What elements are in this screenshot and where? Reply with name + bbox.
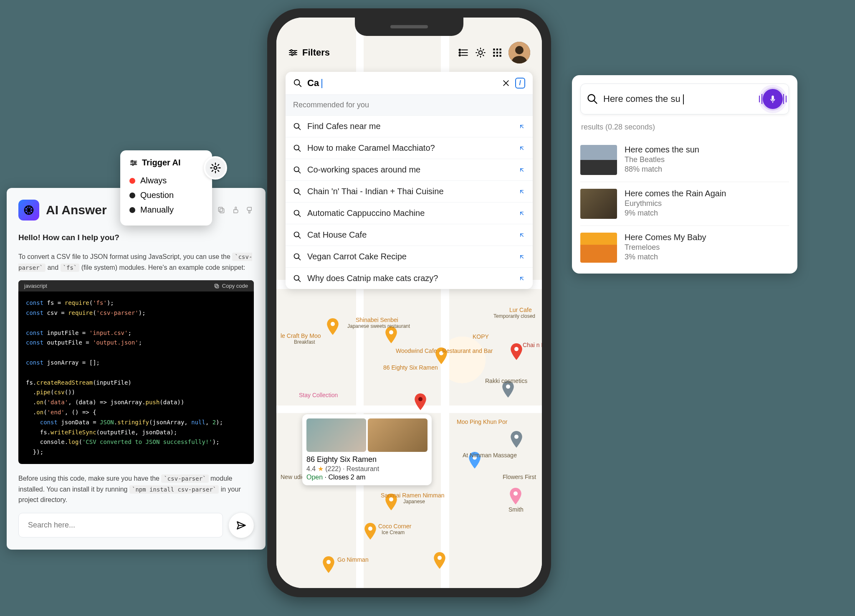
selected-pin-icon[interactable] [414, 393, 427, 410]
map-pin-icon[interactable] [385, 327, 397, 343]
insert-arrow-icon [519, 253, 525, 260]
map-pin-icon[interactable] [364, 523, 377, 540]
clear-icon[interactable] [502, 79, 510, 87]
sliders-icon [288, 48, 298, 58]
suggestion-row[interactable]: Chain 'n' Thai - Indian + Thai Cuisine [286, 180, 533, 202]
trigger-option-always[interactable]: Always [129, 173, 203, 188]
code-lang: javascript [24, 283, 47, 289]
result-info: Here comes the Rain Again Eurythmics 9% … [625, 189, 726, 219]
ai-intro-text: To convert a CSV file to JSON format usi… [18, 251, 254, 273]
music-search-panel: Here comes the su results (0.28 seconds)… [572, 75, 797, 274]
svg-point-25 [291, 54, 293, 56]
place-rating: 4.4 [306, 465, 316, 472]
place-images [306, 418, 428, 452]
recommended-header: Recommended for you [286, 95, 533, 115]
settings-button[interactable] [204, 156, 227, 180]
suggestion-row[interactable]: Automatic Cappuccino Machine [286, 202, 533, 224]
copy-icon[interactable] [217, 206, 225, 214]
trigger-option-label: Question [140, 190, 174, 200]
map-pin-icon[interactable] [509, 488, 522, 504]
suggestion-row[interactable]: Cat House Cafe [286, 224, 533, 246]
trigger-title-text: Trigger AI [142, 158, 181, 167]
voice-search-button[interactable] [763, 89, 783, 109]
code-token: `csv-parser` [161, 474, 208, 483]
trigger-option-question[interactable]: Question [129, 188, 203, 203]
map-label: Ice Cream [382, 530, 405, 535]
search-icon [293, 144, 301, 152]
thumbs-down-icon[interactable] [245, 206, 254, 214]
search-icon [293, 253, 301, 261]
result-thumbnail [580, 145, 617, 175]
suggestion-row[interactable]: Vegan Carrot Cake Recipe [286, 246, 533, 267]
map-label: Moo Ping Khun Por [457, 418, 507, 425]
svg-rect-34 [496, 52, 498, 53]
result-row[interactable]: Here comes the Rain Again Eurythmics 9% … [580, 182, 789, 226]
search-input[interactable]: Ca [307, 78, 497, 89]
map-pin-icon[interactable] [510, 343, 523, 360]
map-pin-icon[interactable] [433, 552, 446, 569]
ai-logo-icon [18, 200, 39, 221]
search-icon [293, 188, 301, 196]
music-search-input[interactable]: Here comes the su [603, 94, 758, 104]
search-icon [293, 166, 301, 174]
suggestion-row[interactable]: Co-working spaces around me [286, 159, 533, 180]
svg-rect-38 [499, 55, 501, 56]
result-title: Here Comes My Baby [625, 233, 706, 242]
copy-code-button[interactable]: Copy code [214, 283, 248, 289]
code-block: javascript Copy code const fs = require(… [18, 280, 254, 464]
suggestion-row[interactable]: Find Cafes near me [286, 115, 533, 137]
search-value: Ca [307, 78, 319, 88]
text: (file system) modules. Here's an example… [79, 264, 245, 271]
svg-point-19 [514, 435, 519, 439]
map-label: Lur Cafe [509, 307, 532, 313]
insert-arrow-icon [519, 123, 525, 130]
user-avatar[interactable] [508, 42, 530, 63]
ai-search-input[interactable] [18, 513, 223, 537]
result-artist: The Beatles [625, 155, 699, 164]
svg-point-21 [438, 556, 442, 560]
map-label: Woodwind Cafe - Restaurant and Bar [396, 347, 493, 354]
search-icon [293, 122, 301, 131]
brightness-icon[interactable] [475, 47, 486, 58]
place-card[interactable]: 86 Eighty Six Ramen 4.4 ★ (222) · Restau… [302, 414, 432, 485]
map-label: KOPY [473, 333, 489, 340]
suggestion-text: Vegan Carrot Cake Recipe [307, 252, 513, 261]
map-label: Breakfast [294, 339, 315, 345]
ai-title: AI Answer [46, 203, 107, 217]
svg-rect-37 [496, 55, 498, 56]
dot-icon [129, 193, 135, 198]
suggestion-row[interactable]: How to make Caramel Macchiato? [286, 137, 533, 159]
result-row[interactable]: Here Comes My Baby Tremeloes 3% match [580, 226, 789, 269]
music-search-bar: Here comes the su [580, 84, 789, 114]
text: and [46, 264, 61, 271]
list-view-icon[interactable] [458, 47, 469, 58]
map-pin-icon[interactable] [322, 556, 335, 573]
svg-point-40 [515, 46, 524, 54]
svg-point-12 [514, 347, 519, 351]
place-reviews: (222) [325, 465, 341, 472]
svg-rect-52 [772, 96, 774, 100]
result-title: Here comes the Rain Again [625, 189, 726, 198]
suggestion-row[interactable]: Why does Catnip make cats crazy? [286, 267, 533, 289]
place-closes: Closes 2 am [328, 474, 365, 481]
svg-point-15 [368, 527, 372, 531]
grid-icon[interactable] [492, 47, 503, 58]
thumbs-up-icon[interactable] [231, 206, 240, 214]
phone-notch [355, 18, 463, 36]
insert-arrow-icon [519, 275, 525, 282]
phone-frame: Shinabei Senbei Japanese sweets restaura… [267, 8, 551, 597]
place-meta: 4.4 ★ (222) · Restaurant [306, 465, 428, 473]
search-icon [293, 79, 302, 88]
map-pin-icon[interactable] [510, 431, 523, 448]
search-icon[interactable] [587, 93, 598, 105]
send-button[interactable] [229, 513, 254, 538]
svg-point-9 [331, 322, 335, 326]
dot-icon [129, 207, 135, 213]
map-label: Temporarily closed [493, 313, 535, 319]
insert-arrow-icon [519, 210, 525, 217]
filters-button[interactable]: Filters [288, 47, 330, 58]
map-label: Coco Corner [378, 523, 411, 530]
result-row[interactable]: Here comes the sun The Beatles 88% match [580, 138, 789, 182]
map-pin-icon[interactable] [326, 318, 339, 335]
trigger-option-manually[interactable]: Manually [129, 203, 203, 217]
